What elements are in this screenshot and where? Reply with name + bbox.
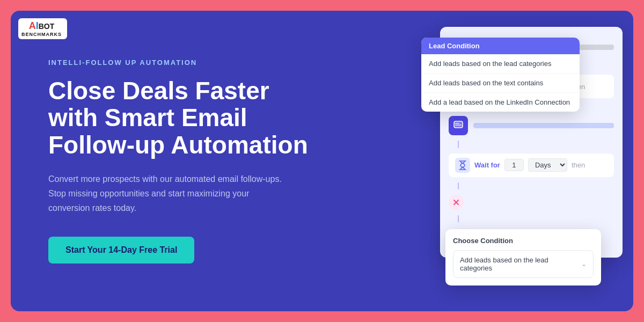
choose-condition-title: Choose Condition — [453, 237, 594, 245]
wait-select-2[interactable]: Days Hours — [528, 158, 567, 172]
hourglass-icon-2 — [455, 158, 470, 173]
wait-label-2: Wait for — [474, 161, 500, 169]
workflow-row-close — [449, 195, 614, 210]
choose-condition-card: Choose Condition Add leads based on the … — [445, 229, 601, 286]
subtitle: INTELLI-FOLLOW UP AUTOMATION — [48, 58, 322, 67]
headline: Close Deals Faster with Smart Email Foll… — [48, 77, 322, 159]
connector-3 — [458, 141, 459, 148]
chevron-down-icon: ⌄ — [581, 260, 587, 268]
wait-input-2[interactable] — [504, 159, 524, 171]
connector-4 — [458, 182, 459, 189]
svg-rect-3 — [455, 125, 462, 126]
right-section: Wait for Days Hours then — [354, 11, 633, 311]
main-card: AI BOT BENCHMARKS INTELLI-FOLLOW UP AUTO… — [11, 11, 633, 311]
lead-condition-dropdown: Lead Condition Add leads based on the le… — [421, 38, 580, 112]
lead-condition-item-1[interactable]: Add leads based on the lead categories — [421, 54, 580, 74]
lead-condition-header: Lead Condition — [421, 38, 580, 54]
wf-bar-2 — [473, 123, 614, 128]
workflow-row-chat — [449, 116, 614, 135]
description: Convert more prospects with our automate… — [48, 172, 284, 216]
left-section: INTELLI-FOLLOW UP AUTOMATION Close Deals… — [11, 11, 354, 311]
connector-5 — [458, 215, 459, 222]
then-label-2: then — [572, 161, 585, 169]
lead-condition-item-2[interactable]: Add leads based on the text contains — [421, 74, 580, 93]
svg-rect-4 — [455, 123, 459, 124]
cta-button[interactable]: Start Your 14-Day Free Trial — [48, 237, 194, 264]
choose-condition-value: Add leads based on the lead categories — [460, 256, 581, 272]
lead-condition-item-3[interactable]: Add a lead based on the LinkedIn Connect… — [421, 93, 580, 112]
wait-row-2: Wait for Days Hours then — [449, 153, 614, 177]
close-icon — [449, 195, 464, 210]
choose-condition-select[interactable]: Add leads based on the lead categories ⌄ — [453, 250, 594, 278]
chat-icon — [449, 116, 468, 135]
